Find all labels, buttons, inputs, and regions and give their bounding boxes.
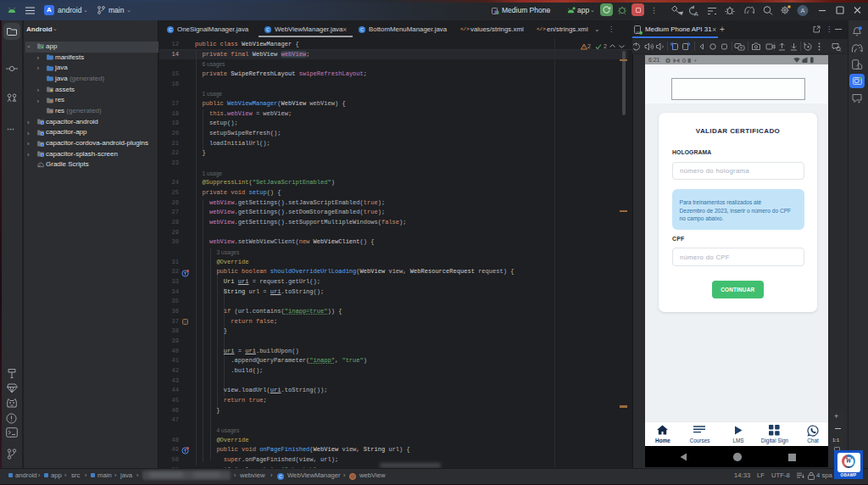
svg-text:A: A [694, 11, 698, 17]
svg-text:G: G [682, 57, 687, 63]
svg-text:A: A [800, 7, 804, 14]
